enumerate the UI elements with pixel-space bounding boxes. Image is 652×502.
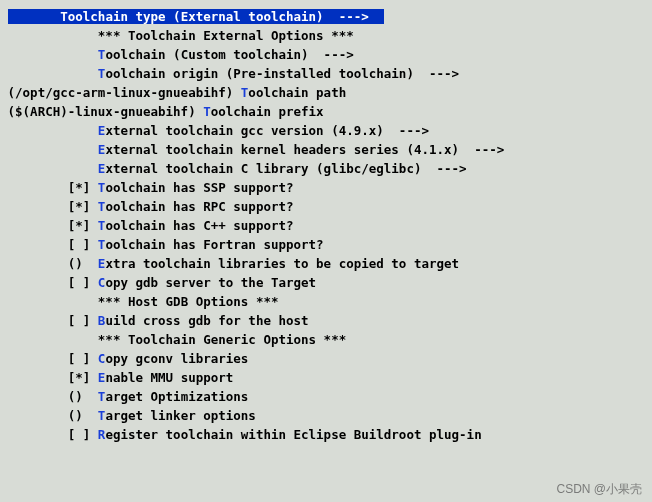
- menu-label: arget linker options: [105, 408, 256, 423]
- menu-label: oolchain prefix: [211, 104, 324, 119]
- menu-label: oolchain (Custom toolchain) --->: [105, 47, 353, 62]
- menu-label: *** Toolchain Generic Options ***: [98, 332, 346, 347]
- row-prefix: [0, 46, 98, 65]
- menu-label: oolchain has RPC support?: [105, 199, 293, 214]
- row-prefix: (): [0, 407, 98, 426]
- menu-label: oolchain origin (Pre-installed toolchain…: [105, 66, 459, 81]
- menu-label: xternal toolchain kernel headers series …: [105, 142, 504, 157]
- menu-row[interactable]: Toolchain type (External toolchain) --->: [0, 8, 652, 27]
- menu-row[interactable]: () Target Optimizations: [0, 388, 652, 407]
- row-prefix: [0, 27, 98, 46]
- menu-row[interactable]: External toolchain C library (glibc/egli…: [0, 160, 652, 179]
- row-prefix: (): [0, 388, 98, 407]
- menu-row[interactable]: [*] Toolchain has C++ support?: [0, 217, 652, 236]
- row-prefix: [ ]: [0, 236, 98, 255]
- row-prefix: ($(ARCH)-linux-gnueabihf): [0, 103, 203, 122]
- row-prefix: [ ]: [0, 312, 98, 331]
- menu-row[interactable]: [*] Toolchain has SSP support?: [0, 179, 652, 198]
- menu-row[interactable]: *** Host GDB Options ***: [0, 293, 652, 312]
- row-prefix: [*]: [0, 198, 98, 217]
- menu-label: xternal toolchain gcc version (4.9.x) --…: [105, 123, 429, 138]
- row-prefix: [0, 122, 98, 141]
- menu-label: xtra toolchain libraries to be copied to…: [105, 256, 459, 271]
- row-prefix: [ ]: [0, 426, 98, 445]
- row-prefix: [ ]: [0, 350, 98, 369]
- menu-row[interactable]: [ ] Copy gdb server to the Target: [0, 274, 652, 293]
- menu-label: xternal toolchain C library (glibc/eglib…: [105, 161, 466, 176]
- row-prefix: [0, 293, 98, 312]
- row-prefix: [0, 65, 98, 84]
- selected-item[interactable]: Toolchain type (External toolchain) --->: [8, 9, 384, 24]
- menu-row[interactable]: (/opt/gcc-arm-linux-gnueabihf) Toolchain…: [0, 84, 652, 103]
- menu-row[interactable]: *** Toolchain Generic Options ***: [0, 331, 652, 350]
- menu-label: *** Toolchain External Options ***: [98, 28, 354, 43]
- menu-row[interactable]: [ ] Build cross gdb for the host: [0, 312, 652, 331]
- selection-gap: [0, 8, 8, 27]
- row-prefix: [ ]: [0, 274, 98, 293]
- menu-row[interactable]: External toolchain gcc version (4.9.x) -…: [0, 122, 652, 141]
- menu-row[interactable]: [ ] Register toolchain within Eclipse Bu…: [0, 426, 652, 445]
- menu-row[interactable]: () Target linker options: [0, 407, 652, 426]
- menu-label: arget Optimizations: [105, 389, 248, 404]
- menu-row[interactable]: ($(ARCH)-linux-gnueabihf) Toolchain pref…: [0, 103, 652, 122]
- menu-row[interactable]: *** Toolchain External Options ***: [0, 27, 652, 46]
- menuconfig-menu[interactable]: Toolchain type (External toolchain) --->…: [0, 0, 652, 445]
- row-prefix: (/opt/gcc-arm-linux-gnueabihf): [0, 84, 241, 103]
- menu-label: opy gdb server to the Target: [105, 275, 316, 290]
- menu-label: oolchain has SSP support?: [105, 180, 293, 195]
- row-prefix: [0, 141, 98, 160]
- menu-row[interactable]: () Extra toolchain libraries to be copie…: [0, 255, 652, 274]
- menu-row[interactable]: External toolchain kernel headers series…: [0, 141, 652, 160]
- hotkey: T: [203, 104, 211, 119]
- menu-label: opy gconv libraries: [105, 351, 248, 366]
- menu-row[interactable]: [ ] Toolchain has Fortran support?: [0, 236, 652, 255]
- menu-row[interactable]: [*] Toolchain has RPC support?: [0, 198, 652, 217]
- menu-label: uild cross gdb for the host: [105, 313, 308, 328]
- menu-label: oolchain has C++ support?: [105, 218, 293, 233]
- menu-label: oolchain type (External toolchain) --->: [68, 9, 384, 24]
- row-prefix: [0, 160, 98, 179]
- watermark: CSDN @小果壳: [556, 480, 642, 498]
- row-prefix: (): [0, 255, 98, 274]
- menu-row[interactable]: [ ] Copy gconv libraries: [0, 350, 652, 369]
- menu-label: *** Host GDB Options ***: [98, 294, 279, 309]
- menu-row[interactable]: [*] Enable MMU support: [0, 369, 652, 388]
- row-prefix: [*]: [0, 369, 98, 388]
- row-prefix: [*]: [0, 179, 98, 198]
- menu-row[interactable]: Toolchain origin (Pre-installed toolchai…: [0, 65, 652, 84]
- menu-row[interactable]: Toolchain (Custom toolchain) --->: [0, 46, 652, 65]
- menu-label: oolchain path: [248, 85, 346, 100]
- hotkey: T: [60, 9, 68, 24]
- menu-label: oolchain has Fortran support?: [105, 237, 323, 252]
- row-prefix: [*]: [0, 217, 98, 236]
- menu-label: nable MMU support: [105, 370, 233, 385]
- menu-label: egister toolchain within Eclipse Buildro…: [105, 427, 481, 442]
- row-prefix: [0, 331, 98, 350]
